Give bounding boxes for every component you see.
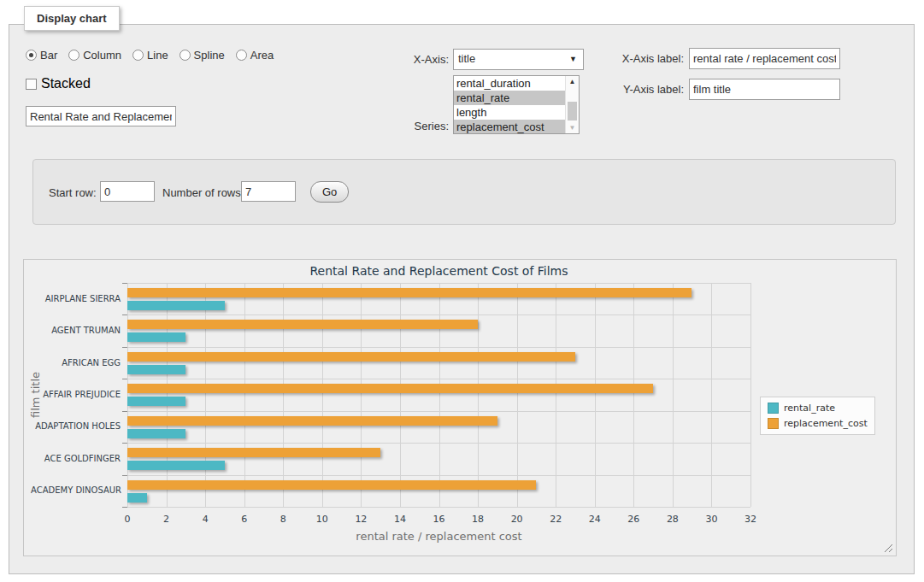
gridline-horizontal (127, 443, 750, 444)
chart-type-option-area[interactable]: Area (236, 49, 274, 62)
x-tick-label: 18 (459, 514, 497, 525)
bar-rental_rate (127, 365, 185, 374)
chart-type-option-column[interactable]: Column (68, 49, 121, 62)
chart-type-option-label: Bar (40, 49, 57, 62)
x-tick-label: 32 (732, 514, 769, 525)
chart-title-input[interactable] (26, 106, 176, 126)
series-option-rental_rate[interactable]: rental_rate (454, 91, 565, 105)
legend-item-rental_rate[interactable]: rental_rate (768, 403, 868, 414)
chart-type-option-line[interactable]: Line (132, 49, 168, 62)
chart-title: Rental Rate and Replacement Cost of Film… (127, 264, 750, 278)
x-tick-label: 10 (303, 514, 341, 525)
y-axis-tick (122, 315, 127, 315)
series-options: rental_durationrental_ratelengthreplacem… (454, 76, 565, 133)
x-tick-label: 12 (342, 514, 380, 525)
series-option-length[interactable]: length (454, 105, 565, 120)
y-axis-tick (122, 411, 127, 412)
go-button[interactable]: Go (310, 181, 349, 203)
num-rows-input[interactable] (241, 181, 296, 202)
start-row-input[interactable] (100, 181, 155, 202)
bar-replacement_cost (127, 352, 575, 362)
scrollbar-thumb[interactable] (568, 102, 577, 121)
gridline-vertical (711, 283, 712, 507)
series-scrollbar[interactable]: ▲ ▼ (565, 76, 579, 133)
series-option-replacement_cost[interactable]: replacement_cost (454, 120, 565, 133)
chart-type-option-label: Area (250, 49, 274, 62)
num-rows-label: Number of rows: (162, 186, 244, 199)
bar-replacement_cost (127, 480, 536, 490)
select-dropdown-arrow-icon: ▼ (569, 55, 577, 63)
category-label: ACE GOLDFINGER (31, 454, 121, 464)
chart-type-option-label: Line (147, 49, 168, 62)
y-axis-label-caption: Y-Axis label: (598, 83, 684, 96)
category-label: AFRICAN EGG (31, 358, 121, 368)
x-tick-label: 20 (498, 514, 536, 525)
x-tick-label: 24 (576, 514, 614, 525)
bar-replacement_cost (127, 320, 478, 329)
x-tick-label: 8 (264, 514, 302, 525)
x-axis-label-caption: X-Axis label: (598, 52, 684, 65)
stacked-checkbox[interactable] (26, 79, 37, 90)
chart-type-option-label: Spline (194, 49, 225, 62)
legend-swatch-icon (768, 418, 779, 429)
category-label: AFFAIR PREJUDICE (31, 390, 121, 400)
gridline-vertical (517, 283, 518, 507)
series-listbox[interactable]: rental_durationrental_ratelengthreplacem… (453, 75, 580, 134)
bar-rental_rate (127, 332, 185, 342)
x-axis-title: rental rate / replacement cost (127, 530, 750, 543)
y-axis-tick (122, 443, 127, 444)
y-axis-label-input[interactable] (689, 79, 840, 100)
bar-replacement_cost (127, 288, 692, 297)
scrollbar-up-arrow-icon[interactable]: ▲ (566, 78, 579, 85)
radio-icon[interactable] (236, 50, 247, 61)
y-axis-tick (122, 379, 127, 379)
chart-legend: rental_ratereplacement_cost (760, 397, 875, 435)
bar-replacement_cost (127, 416, 497, 426)
series-option-rental_duration[interactable]: rental_duration (454, 76, 565, 91)
x-tick-label: 22 (537, 514, 574, 525)
chart-type-option-bar[interactable]: Bar (26, 49, 57, 62)
radio-icon[interactable] (180, 50, 191, 61)
stacked-checkbox-row[interactable]: Stacked (26, 76, 91, 91)
gridline-vertical (750, 283, 751, 507)
gridline-vertical (205, 283, 206, 507)
y-axis-tick (122, 475, 127, 476)
gridline-vertical (244, 283, 245, 507)
chart-type-option-spline[interactable]: Spline (180, 49, 225, 62)
radio-icon[interactable] (68, 50, 79, 61)
gridline-vertical (478, 283, 479, 507)
x-axis-select[interactable]: title ▼ (453, 49, 584, 70)
chart-container: Rental Rate and Replacement Cost of Film… (23, 259, 897, 556)
start-row-label: Start row: (49, 186, 97, 199)
x-tick-label: 0 (109, 514, 146, 525)
gridline-vertical (322, 283, 323, 507)
gridline-vertical (127, 283, 128, 507)
radio-icon[interactable] (26, 50, 37, 61)
scrollbar-down-arrow-icon[interactable]: ▼ (566, 124, 579, 132)
category-label: AGENT TRUMAN (31, 326, 121, 336)
x-axis-label-input[interactable] (689, 48, 840, 69)
radio-icon[interactable] (132, 50, 144, 61)
gridline-horizontal (127, 347, 750, 348)
gridline-horizontal (127, 283, 750, 284)
x-tick-label: 2 (148, 514, 185, 525)
page: Display chart BarColumnLineSplineArea St… (0, 0, 924, 582)
bar-replacement_cost (127, 384, 653, 393)
x-tick-label: 30 (692, 514, 730, 525)
resize-grip[interactable] (884, 544, 892, 552)
category-label: ADAPTATION HOLES (31, 421, 121, 432)
y-axis-tick (122, 283, 127, 284)
bar-rental_rate (127, 301, 225, 310)
x-axis-select-label: X-Axis: (389, 53, 449, 66)
legend-label: replacement_cost (784, 418, 868, 429)
bar-rental_rate (127, 397, 185, 406)
gridline-vertical (400, 283, 401, 507)
y-axis-tick (122, 507, 127, 508)
gridline-vertical (361, 283, 362, 507)
chart-type-radios: BarColumnLineSplineArea (26, 49, 274, 62)
fieldset-legend: Display chart (24, 6, 120, 31)
gridline-horizontal (127, 315, 750, 315)
chart-type-option-label: Column (83, 49, 121, 62)
legend-item-replacement_cost[interactable]: replacement_cost (768, 418, 868, 429)
series-select-label: Series: (389, 120, 449, 132)
